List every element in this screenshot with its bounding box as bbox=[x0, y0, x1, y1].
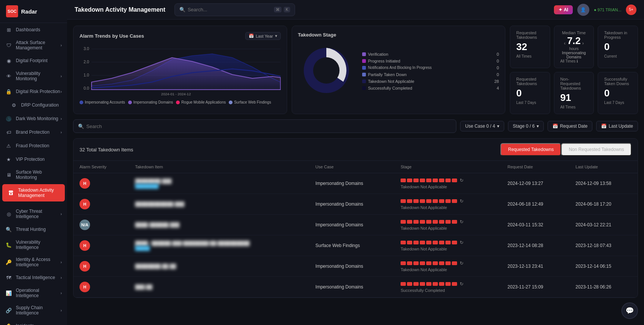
sidebar-item-dark-web[interactable]: 🌑 Dark Web Monitoring › bbox=[0, 112, 67, 125]
target-icon: ◎ bbox=[5, 211, 12, 217]
bug-icon: 🐛 bbox=[5, 241, 12, 248]
sidebar-item-takedown[interactable]: Takedown Activity Management bbox=[2, 184, 65, 201]
svg-text:1.0: 1.0 bbox=[84, 73, 89, 77]
ai-button[interactable]: ✦ AI bbox=[554, 5, 573, 14]
cell-last-update: 2023-12-18 07:43 bbox=[569, 235, 638, 256]
legend-dot bbox=[80, 101, 83, 104]
notification-badge[interactable]: 5+ bbox=[626, 5, 636, 15]
sidebar-label: DRP Configuration bbox=[21, 102, 62, 108]
stat-value: 0 bbox=[604, 41, 632, 53]
sidebar-item-vip-protection[interactable]: ★ VIP Protection bbox=[0, 153, 67, 166]
pie-item-partially: Partially Taken Down 0 bbox=[362, 71, 499, 78]
cell-usecase: Surface Web Findings bbox=[309, 235, 395, 256]
successfully-taken-stat: Successfully Taken Downs 0 Last 7 Days bbox=[598, 72, 638, 114]
sidebar-item-vuln-intel[interactable]: 🐛 Vulnerability Intelligence bbox=[0, 236, 67, 253]
sidebar-item-operational-intel[interactable]: 📊 Operational Intelligence › bbox=[0, 284, 67, 302]
stat-label: Successfully Taken Downs bbox=[604, 77, 632, 86]
sidebar-item-brand-protection[interactable]: 🏷 Brand Protection › bbox=[0, 125, 67, 139]
refresh-icon[interactable]: ↻ bbox=[460, 219, 463, 224]
refresh-icon[interactable]: ↻ bbox=[460, 261, 463, 266]
chevron-icon: › bbox=[61, 260, 62, 264]
stat-value: 0 bbox=[604, 87, 632, 99]
cell-request-date: 2024-06-18 12:49 bbox=[502, 194, 570, 215]
tab-non-requested[interactable]: Non Requested Takedowns bbox=[561, 143, 632, 156]
link-icon: 🔗 bbox=[5, 307, 12, 314]
sidebar-item-vulnerability-monitoring[interactable]: 👁 Vulnerability Monitoring › bbox=[0, 67, 67, 85]
sidebar-label: Threat Hunting bbox=[16, 227, 62, 232]
stat-sub: Last 7 Days bbox=[604, 101, 632, 105]
sidebar-item-cyber-threat[interactable]: ◎ Cyber Threat Intelligence › bbox=[0, 205, 67, 223]
table-row[interactable]: H████://██████.███/████████/██/█████████… bbox=[73, 235, 638, 256]
refresh-icon[interactable]: ↻ bbox=[460, 240, 463, 245]
search-icon: 🔍 bbox=[78, 124, 84, 129]
cell-stage: ↻Takedown Not Applicable bbox=[395, 173, 502, 194]
table-search[interactable]: 🔍 bbox=[73, 119, 456, 133]
stage-label: Stage 0 / 6 bbox=[513, 124, 535, 129]
legend-dot bbox=[229, 101, 233, 104]
table-row[interactable]: H████████████.███Impersonating Domains↻T… bbox=[73, 194, 638, 215]
filter-label: Last Year bbox=[256, 34, 273, 38]
table-row[interactable]: N/A████-██████.███Impersonating Domains↻… bbox=[73, 215, 638, 235]
table-row[interactable]: H████████.██.██Impersonating Domains↻Tak… bbox=[73, 256, 638, 277]
ai-icon: ✦ bbox=[558, 7, 562, 12]
request-date-filter[interactable]: 📅 Request Date bbox=[548, 121, 592, 131]
sidebar-item-fraud-protection[interactable]: ⚠ Fraud Protection bbox=[0, 139, 67, 153]
sidebar-item-surface-web[interactable]: 🖥 Surface Web Monitoring bbox=[0, 166, 67, 183]
median-unit: hours bbox=[569, 47, 578, 51]
sidebar-item-digital-footprint[interactable]: ◉ Digital Footprint bbox=[0, 54, 67, 67]
sidebar-item-threat-hunting[interactable]: 🔍 Threat Hunting bbox=[0, 223, 67, 236]
sidebar-item-tactical-intel[interactable]: 🗺 Tactical Intelligence › bbox=[0, 271, 67, 284]
global-search[interactable]: 🔍 ⌘ K bbox=[174, 3, 295, 16]
pie-area: Verification 0 Progress Initiated 0 Noti… bbox=[298, 42, 499, 100]
refresh-icon[interactable]: ↻ bbox=[460, 281, 463, 287]
shield-icon: 🛡 bbox=[5, 42, 12, 49]
search-input[interactable] bbox=[188, 7, 272, 12]
logo-text: Radar bbox=[21, 8, 37, 15]
cell-request-date: 2023-12-14 08:28 bbox=[502, 235, 570, 256]
legend-label: Rogue Mobile Applications bbox=[181, 100, 226, 104]
table-row[interactable]: H████████.███████████Impersonating Domai… bbox=[73, 173, 638, 194]
chevron-icon: › bbox=[61, 90, 62, 94]
sidebar-item-dashboards[interactable]: ⊞ Dashboards bbox=[0, 23, 67, 37]
next-btn[interactable]: › bbox=[582, 40, 584, 46]
legend-rogue-mobile: Rogue Mobile Applications bbox=[176, 100, 226, 104]
search-icon: 🔍 bbox=[5, 226, 12, 233]
cell-severity: H bbox=[73, 256, 129, 277]
sidebar-item-digital-risk[interactable]: 🔒 Digital Risk Protection › bbox=[0, 85, 67, 98]
use-case-filter[interactable]: Use Case 0 / 4 ▾ bbox=[460, 121, 504, 131]
sidebar-item-identity-access[interactable]: 🔑 Identity & Access Intelligence › bbox=[0, 253, 67, 271]
sidebar-item-attack-surface[interactable]: 🛡 Attack Surface Management › bbox=[0, 37, 67, 54]
refresh-icon[interactable]: ↻ bbox=[460, 198, 463, 204]
table-row[interactable]: H███.██Impersonating Domains↻Successfull… bbox=[73, 277, 638, 298]
pie-item-completed: Successfully Completed 4 bbox=[362, 85, 499, 92]
sidebar-label: Vulnerability Monitoring bbox=[16, 71, 61, 81]
median-sub1: Impersonating Domains bbox=[560, 51, 588, 59]
svg-text:0.0: 0.0 bbox=[84, 86, 89, 90]
sidebar-label: Dark Web Monitoring bbox=[16, 116, 61, 121]
cell-request-date: 2024-03-11 15:32 bbox=[502, 215, 570, 235]
tab-requested[interactable]: Requested Takedowns bbox=[500, 143, 561, 156]
stats-row-1: Requested Takedowns 32 All Times Median … bbox=[510, 26, 638, 68]
chat-button[interactable]: 💬 bbox=[621, 302, 638, 319]
sidebar-item-supply-chain[interactable]: 🔗 Supply Chain Intelligence › bbox=[0, 302, 67, 319]
alarm-chart-legend: Impersonating Accounts Impersonating Dom… bbox=[80, 100, 281, 104]
cell-severity: H bbox=[73, 173, 129, 194]
search-input[interactable] bbox=[86, 124, 451, 129]
sidebar: SOC Radar ⊞ Dashboards 🛡 Attack Surface … bbox=[0, 0, 67, 325]
alarm-filter-btn[interactable]: 📅 Last Year ▾ bbox=[245, 32, 281, 40]
sidebar-item-drp-config[interactable]: ⚙ DRP Configuration bbox=[0, 98, 67, 112]
table-tabs: Requested Takedowns Non Requested Takedo… bbox=[500, 143, 632, 156]
logo-area[interactable]: SOC Radar bbox=[0, 0, 67, 23]
stage-filter[interactable]: Stage 0 / 6 ▾ bbox=[508, 121, 544, 131]
sidebar-label: Fraud Protection bbox=[16, 143, 62, 148]
last-update-filter[interactable]: 📅 Last Update bbox=[596, 121, 638, 131]
requested-all-stat: Requested Takedowns 32 All Times bbox=[510, 26, 550, 68]
refresh-icon[interactable]: ↻ bbox=[460, 178, 463, 183]
right-stats: Requested Takedowns 32 All Times Median … bbox=[510, 26, 638, 114]
stat-sub: Current bbox=[604, 54, 632, 58]
info-icon: ℹ bbox=[577, 59, 578, 63]
sidebar-item-incidents[interactable]: 🔔 Incidents › bbox=[0, 319, 67, 325]
cell-last-update: 2024-06-18 17:20 bbox=[569, 194, 638, 215]
prev-btn[interactable]: ‹ bbox=[564, 40, 566, 46]
avatar[interactable]: 👤 bbox=[577, 4, 589, 16]
